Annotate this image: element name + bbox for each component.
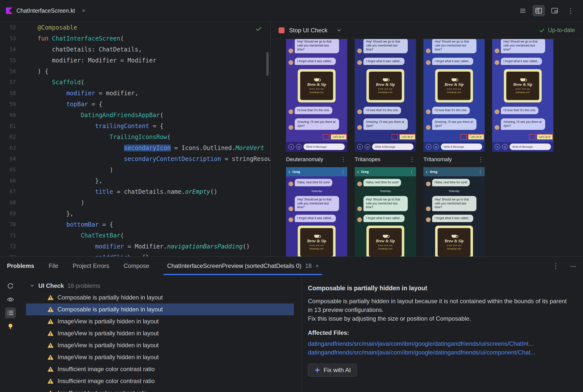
tab-close-icon[interactable]: × — [316, 263, 319, 269]
show-details-icon[interactable] — [5, 308, 16, 318]
problem-text: Insufficient image color contrast ratio — [58, 378, 155, 384]
message-input[interactable]: Write A Message — [372, 144, 413, 150]
chat-bubble: Hey! Should we go to that cafe you menti… — [364, 196, 408, 211]
message-row: Amazing, I'll see you there at 2pm? — [495, 118, 551, 130]
preview-phone[interactable]: ‹Greg⋮Haha, next time for sure!Yesterday… — [423, 167, 485, 256]
clip-warning-indicator — [323, 134, 329, 140]
line-number: 67 — [0, 189, 16, 195]
lightbulb-icon[interactable] — [5, 321, 16, 332]
preview-eye-icon[interactable] — [5, 294, 16, 305]
preview-phone[interactable]: Hey! Should we go to that cafe you menti… — [423, 39, 485, 152]
main-area: 52@Composable53fun ChatInterfaceScreen(5… — [0, 22, 583, 256]
fix-with-ai-button[interactable]: Fix with AI — [308, 364, 357, 376]
message-input[interactable]: Write A Message — [441, 144, 482, 150]
chat-bubble: Amazing, I'll see you there at 2pm? — [295, 118, 339, 130]
chat-app-bar: ‹Greg⋮ — [423, 167, 485, 176]
code-text: chatDetails: ChatDetails, — [16, 46, 142, 53]
split-view-icon[interactable] — [533, 5, 545, 16]
tab-close-icon[interactable]: × — [82, 8, 85, 14]
problem-item[interactable]: Insufficient image color contrast ratio — [26, 375, 294, 387]
back-icon[interactable]: ‹ — [288, 169, 290, 174]
chevron-down-icon[interactable] — [336, 27, 342, 33]
preview-phone[interactable]: Hey! Should we go to that cafe you menti… — [286, 39, 347, 152]
avatar — [288, 206, 293, 211]
phone-messages: Haha, next time for sure!YesterdayHey! S… — [286, 176, 347, 256]
tab-project-errors[interactable]: Project Errors — [73, 262, 109, 270]
code-token: chatDetails: ChatDetails, — [38, 46, 142, 53]
ui-check-group-header[interactable]: UI Check 18 problems — [21, 280, 301, 292]
variant-name: Tritanomaly — [423, 156, 452, 163]
tab-file[interactable]: File — [49, 262, 58, 270]
problem-text: ImageView is partially hidden in layout — [58, 342, 159, 349]
back-icon[interactable]: ‹ — [357, 169, 359, 174]
message-row: Hey! Should we go to that cafe you menti… — [495, 39, 551, 53]
code-text: ) — [16, 199, 84, 206]
add-attachment-icon[interactable]: + — [288, 144, 294, 150]
kebab-icon[interactable]: ⋮ — [478, 170, 482, 174]
tab-compose[interactable]: Compose — [124, 262, 149, 270]
message-row: Haha, next time for sure! — [288, 179, 345, 186]
emoji-icon[interactable]: ☺ — [502, 144, 508, 150]
preview-phone[interactable]: Hey! Should we go to that cafe you menti… — [492, 39, 553, 152]
add-attachment-icon[interactable]: + — [426, 144, 431, 150]
stop-ui-check-button[interactable]: Stop UI Check — [289, 27, 328, 34]
problem-item[interactable]: ImageView is partially hidden in layout — [26, 351, 294, 363]
warning-icon — [47, 354, 54, 360]
problem-item[interactable]: Insufficient image color contrast ratio — [26, 363, 294, 375]
avatar — [426, 125, 431, 130]
contact-name: Greg — [361, 170, 369, 174]
variant-menu-icon[interactable]: ⋮ — [340, 156, 346, 163]
refresh-icon[interactable] — [5, 280, 16, 292]
brew-url: brew&sip.com — [310, 91, 324, 94]
design-view-icon[interactable] — [549, 5, 560, 16]
code-view-icon[interactable] — [517, 5, 529, 16]
tab-chat-interface-preview[interactable]: ChatInterfaceScreenPreview (sortedChatDe… — [164, 257, 322, 275]
message-row: I'd love that! It's this one. — [495, 107, 551, 114]
avatar — [288, 110, 293, 114]
problem-item[interactable]: Insufficient text color contrast ratio — [26, 387, 294, 392]
message-row: Amazing, I'll see you there at 2pm? — [426, 118, 482, 130]
chat-bubble: I'd love that! It's this one. — [432, 107, 470, 114]
more-options-icon[interactable]: ⋮ — [564, 5, 576, 16]
problem-item[interactable]: ImageView is partially hidden in layout — [26, 327, 294, 339]
message-input[interactable]: Write A Message — [304, 144, 345, 150]
clipped-composable-row: Let's do it! — [288, 134, 347, 140]
editor-scrollbar[interactable] — [266, 52, 268, 76]
minimize-panel-icon[interactable]: — — [570, 262, 576, 270]
add-attachment-icon[interactable]: + — [357, 144, 363, 150]
code-token — [38, 134, 110, 140]
kebab-icon[interactable]: ⋮ — [341, 170, 345, 174]
editor-tab[interactable]: ChatInterfaceScreen.kt × — [6, 8, 85, 14]
variant-menu-icon[interactable]: ⋮ — [409, 156, 415, 163]
code-editor[interactable]: 52@Composable53fun ChatInterfaceScreen(5… — [0, 22, 270, 256]
emoji-icon[interactable]: ☺ — [296, 144, 302, 150]
phone-messages: Haha, next time for sure!YesterdayHey! S… — [355, 176, 416, 256]
code-token: orEmpty — [185, 188, 210, 195]
preview-phone[interactable]: ‹Greg⋮Haha, next time for sure!Yesterday… — [286, 167, 347, 256]
emoji-icon[interactable]: ☺ — [365, 144, 370, 150]
coffee-cup-icon — [314, 235, 319, 238]
affected-file-link[interactable]: datingandfriends/src/main/java/com/ibm/g… — [308, 339, 572, 348]
variant-menu-icon[interactable]: ⋮ — [478, 156, 484, 163]
coffee-cup-icon — [452, 78, 457, 81]
inspections-ok-icon[interactable] — [255, 26, 262, 32]
affected-file-link[interactable]: datingandfriends/src/main/java/com/ibm/g… — [308, 348, 572, 357]
code-line: 53fun ChatInterfaceScreen( — [0, 33, 270, 44]
preview-phone[interactable]: Hey! Should we go to that cafe you menti… — [355, 39, 416, 152]
problem-item[interactable]: ImageView is partially hidden in layout — [26, 316, 294, 327]
line-number: 56 — [0, 68, 16, 74]
back-icon[interactable]: ‹ — [426, 169, 428, 174]
message-input[interactable]: Write A Message — [510, 144, 551, 150]
problem-item[interactable]: Composable is partially hidden in layout — [26, 304, 294, 316]
card-wrap: Brew & Sipbrew and sipbrew&sip.com — [357, 69, 413, 102]
preview-grid: Hey! Should we go to that cafe you menti… — [270, 39, 583, 256]
preview-phone[interactable]: ‹Greg⋮Haha, next time for sure!Yesterday… — [355, 167, 416, 256]
problem-item[interactable]: Composable is partially hidden in layout — [26, 292, 294, 304]
add-attachment-icon[interactable]: + — [495, 144, 500, 150]
emoji-icon[interactable]: ☺ — [433, 144, 439, 150]
panel-options-icon[interactable]: ⋮ — [552, 262, 559, 270]
kebab-icon[interactable]: ⋮ — [410, 170, 413, 174]
chat-bubble: I'd love that! It's this one. — [364, 107, 401, 114]
chevron-expanded-icon[interactable] — [29, 283, 35, 288]
problem-item[interactable]: ImageView is partially hidden in layout — [26, 339, 294, 351]
